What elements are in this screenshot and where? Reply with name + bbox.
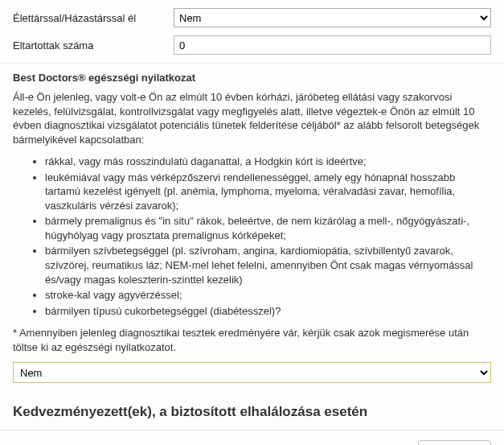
dependents-row: Eltartottak száma	[13, 35, 491, 55]
beneficiary-heading: Kedvezményezett(ek), a biztosított elhal…	[0, 393, 504, 425]
living-with-partner-select[interactable]: Nem	[174, 8, 491, 27]
dependents-input[interactable]	[174, 35, 491, 55]
declaration-list: rákkal, vagy más rosszindulatú daganatta…	[13, 155, 491, 318]
living-with-partner-row: Élettárssal/Házastárssal él Nem	[13, 8, 491, 27]
declaration-item: rákkal, vagy más rosszindulatú daganatta…	[45, 155, 491, 169]
health-declaration-section: Best Doctors® egészségi nyilatkozat Áll-…	[0, 72, 504, 393]
beneficiary-row: Kedvezményezett 1. számú Biztosított örö…	[0, 431, 504, 445]
declaration-item: bármely premalignus és "in situ" rákok, …	[45, 214, 491, 242]
add-beneficiary-button[interactable]: Hozzáadás	[418, 440, 491, 445]
declaration-footnote: * Amennyiben jelenleg diagnosztikai tesz…	[13, 326, 491, 354]
dependents-label: Eltartottak száma	[13, 39, 174, 52]
declaration-title: Best Doctors® egészségi nyilatkozat	[13, 72, 491, 84]
living-with-partner-label: Élettárssal/Házastárssal él	[13, 12, 174, 24]
declaration-item: leukémiával vagy más vérképzőszervi rend…	[45, 171, 491, 213]
declaration-item: bármilyen szívbetegséggel (pl. szívroham…	[45, 244, 491, 286]
section-divider	[0, 63, 504, 64]
declaration-answer-select[interactable]: Nem	[13, 362, 491, 383]
declaration-intro: Áll-e Ön jelenleg, vagy volt-e Ön az elm…	[13, 90, 491, 146]
declaration-item: stroke-kal vagy agyvérzéssel;	[45, 288, 491, 303]
declaration-item: bármilyen típusú cukorbetegséggel (diabé…	[45, 304, 491, 319]
